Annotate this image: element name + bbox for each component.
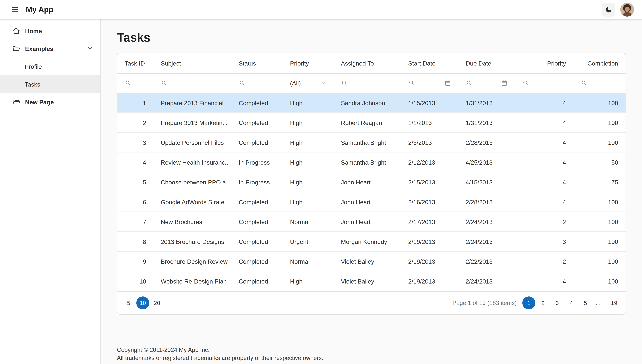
sidebar-item-examples[interactable]: Examples bbox=[0, 40, 100, 58]
cell-assigned-to: Morgan Kennedy bbox=[334, 232, 401, 252]
page-size-20-button[interactable]: 20 bbox=[151, 296, 164, 310]
search-icon bbox=[161, 80, 168, 86]
theme-toggle-button[interactable] bbox=[601, 3, 615, 16]
cell-task-id: 2 bbox=[117, 113, 154, 132]
sidebar-item-label: Profile bbox=[25, 63, 42, 70]
filter-completion[interactable] bbox=[573, 74, 625, 93]
column-header-assigned-to[interactable]: Assigned To bbox=[334, 53, 401, 74]
page-5-button[interactable]: 5 bbox=[579, 296, 592, 310]
table-row[interactable]: 5 Choose between PPO a... In Progress Hi… bbox=[117, 172, 625, 192]
cell-status: Completed bbox=[231, 232, 283, 252]
cell-assigned-to: Violet Bailey bbox=[334, 252, 401, 271]
cell-due-date: 2/28/2013 bbox=[458, 192, 515, 212]
sidebar-item-profile[interactable]: Profile bbox=[0, 58, 100, 75]
cell-completion: 50 bbox=[573, 152, 625, 172]
cell-status: In Progress bbox=[231, 172, 283, 192]
cell-subject: Prepare 2013 Financial bbox=[154, 93, 231, 113]
page-2-button[interactable]: 2 bbox=[536, 296, 549, 310]
cell-completion: 100 bbox=[573, 113, 625, 132]
search-icon bbox=[408, 80, 415, 86]
table-row[interactable]: 4 Review Health Insuranc... In Progress … bbox=[117, 152, 625, 172]
filter-subject[interactable] bbox=[154, 74, 231, 93]
sidebar-item-tasks[interactable]: Tasks bbox=[0, 75, 100, 93]
calendar-icon[interactable] bbox=[444, 80, 451, 86]
cell-due-date: 2/24/2013 bbox=[458, 271, 515, 291]
table-row[interactable]: 10 Website Re-Design Plan Completed High… bbox=[117, 271, 625, 291]
table-row[interactable]: 8 2013 Brochure Designs Completed Urgent… bbox=[117, 232, 625, 252]
cell-due-date: 2/28/2013 bbox=[458, 132, 515, 152]
hamburger-menu-button[interactable] bbox=[8, 3, 22, 16]
cell-completion: 100 bbox=[573, 232, 625, 252]
page-size-5-button[interactable]: 5 bbox=[122, 296, 135, 310]
column-header-due-date[interactable]: Due Date bbox=[458, 53, 515, 74]
calendar-icon[interactable] bbox=[501, 80, 508, 86]
cell-start-date: 2/15/2013 bbox=[401, 172, 458, 192]
filter-priority-select[interactable]: (All) bbox=[283, 74, 334, 93]
table-row[interactable]: 3 Update Personnel Files Completed High … bbox=[117, 132, 625, 152]
column-header-priority-num[interactable]: Priority bbox=[515, 53, 573, 74]
cell-due-date: 2/24/2013 bbox=[458, 212, 515, 232]
page-4-button[interactable]: 4 bbox=[565, 296, 578, 310]
column-header-start-date[interactable]: Start Date bbox=[401, 53, 458, 74]
cell-priority-num: 4 bbox=[515, 113, 573, 132]
page-19-button[interactable]: 19 bbox=[607, 296, 620, 310]
pager-info: Page 1 of 19 (183 items) bbox=[452, 300, 517, 306]
search-icon bbox=[466, 80, 472, 86]
table-row[interactable]: 1 Prepare 2013 Financial Completed High … bbox=[117, 93, 625, 113]
column-header-subject[interactable]: Subject bbox=[154, 53, 231, 74]
cell-task-id: 1 bbox=[117, 93, 154, 113]
cell-task-id: 6 bbox=[117, 192, 154, 212]
cell-assigned-to: John Heart bbox=[334, 192, 401, 212]
cell-start-date: 2/17/2013 bbox=[401, 212, 458, 232]
table-row[interactable]: 6 Google AdWords Strate... Completed Hig… bbox=[117, 192, 625, 212]
cell-priority: High bbox=[283, 113, 334, 132]
filter-due-date[interactable] bbox=[458, 74, 515, 93]
grid-body: 1 Prepare 2013 Financial Completed High … bbox=[117, 93, 625, 291]
sidebar-item-home[interactable]: Home bbox=[0, 22, 100, 40]
cell-due-date: 1/31/2013 bbox=[458, 113, 515, 132]
cell-status: Completed bbox=[231, 192, 283, 212]
sidebar: Home Examples Profile Tasks New Page bbox=[0, 20, 101, 364]
column-header-completion[interactable]: Completion bbox=[573, 53, 625, 74]
column-header-status[interactable]: Status bbox=[231, 53, 283, 74]
cell-completion: 75 bbox=[573, 172, 625, 192]
page-3-button[interactable]: 3 bbox=[551, 296, 564, 310]
cell-completion: 100 bbox=[573, 192, 625, 212]
cell-priority: Normal bbox=[283, 252, 334, 271]
cell-subject: Choose between PPO a... bbox=[154, 172, 231, 192]
app-root: My App bbox=[0, 0, 642, 364]
cell-task-id: 10 bbox=[117, 271, 154, 291]
filter-status[interactable] bbox=[231, 74, 283, 93]
page-size-10-button[interactable]: 10 bbox=[136, 296, 149, 310]
tasks-data-grid: Task ID Subject Status Priority Assigned… bbox=[117, 52, 626, 315]
top-bar-right bbox=[601, 3, 634, 16]
filter-assigned-to[interactable] bbox=[334, 74, 401, 93]
cell-assigned-to: John Heart bbox=[334, 212, 401, 232]
user-avatar[interactable] bbox=[620, 3, 634, 16]
cell-priority: High bbox=[283, 93, 334, 113]
filter-start-date[interactable] bbox=[401, 74, 458, 93]
cell-completion: 100 bbox=[573, 132, 625, 152]
filter-task-id[interactable] bbox=[117, 74, 154, 93]
cell-priority: Urgent bbox=[283, 232, 334, 252]
cell-task-id: 4 bbox=[117, 152, 154, 172]
cell-priority-num: 2 bbox=[515, 212, 573, 232]
sidebar-item-label: New Page bbox=[25, 98, 54, 106]
cell-status: Completed bbox=[231, 113, 283, 132]
cell-subject: Brochure Design Review bbox=[154, 252, 231, 271]
sidebar-item-new-page[interactable]: New Page bbox=[0, 93, 100, 111]
cell-due-date: 2/22/2013 bbox=[458, 252, 515, 271]
table-row[interactable]: 2 Prepare 3013 Marketin... Completed Hig… bbox=[117, 113, 625, 132]
page-1-button[interactable]: 1 bbox=[522, 296, 535, 310]
column-header-priority[interactable]: Priority bbox=[283, 53, 334, 74]
table-row[interactable]: 9 Brochure Design Review Completed Norma… bbox=[117, 252, 625, 271]
cell-start-date: 2/16/2013 bbox=[401, 192, 458, 212]
sidebar-item-label: Home bbox=[25, 27, 42, 34]
filter-priority-num[interactable] bbox=[515, 74, 573, 93]
chevron-down-icon bbox=[320, 80, 326, 86]
table-row[interactable]: 7 New Brochures Completed Normal John He… bbox=[117, 212, 625, 232]
page-title: Tasks bbox=[117, 30, 626, 45]
cell-assigned-to: John Heart bbox=[334, 172, 401, 192]
cell-subject: Website Re-Design Plan bbox=[154, 271, 231, 291]
column-header-task-id[interactable]: Task ID bbox=[117, 53, 154, 74]
